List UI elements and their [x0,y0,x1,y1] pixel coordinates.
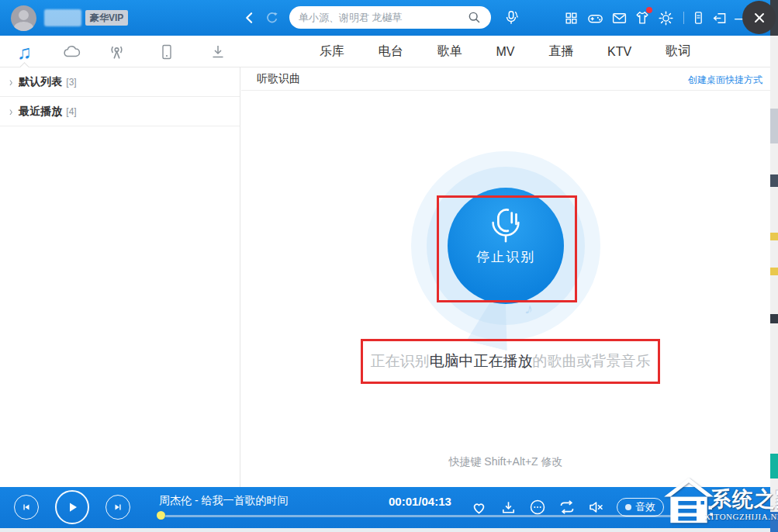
gear-icon [658,10,674,26]
user-avatar[interactable] [11,5,36,31]
stop-button-label: 停止识别 [476,248,535,266]
volume-mute-button[interactable] [586,497,607,517]
sidebar-tab-strip: ♫ [0,36,240,67]
tab-device[interactable] [155,40,178,64]
repeat-icon [558,498,576,516]
mobile-device-button[interactable] [689,9,707,27]
recognition-page: 听歌识曲 创建桌面快捷方式 ♪ 停止识别 正在识别电脑中正在播放的歌曲或背景音乐… [241,67,770,487]
gamepad-icon [586,9,604,27]
background-window-sliver-bottom [0,528,770,532]
nav-tab-lyrics[interactable]: 歌词 [666,43,690,60]
vip-badge[interactable]: 豪华VIP [85,10,128,26]
nav-tab-mv[interactable]: MV [496,45,514,59]
list-label: 默认列表 [19,75,62,89]
refresh-button[interactable] [263,9,282,27]
list-count: [3] [66,77,76,88]
titlebar-divider [683,12,684,24]
status-suffix: 的歌曲或背景音乐 [533,351,651,371]
titlebar: 豪华VIP [0,0,770,36]
play-icon [65,500,79,514]
chevron-right-icon: › [9,75,12,89]
avatar-person-icon [19,10,29,20]
username-blurred [44,9,81,26]
microphone-pause-icon [485,203,527,245]
tab-cloud-music[interactable] [60,40,83,64]
refresh-icon [265,10,280,26]
app-window: 豪华VIP [0,0,778,532]
sound-effect-dot-icon [625,504,631,510]
next-track-button[interactable] [105,495,130,520]
search-input[interactable] [299,12,467,23]
stop-recognition-button[interactable]: 停止识别 [448,188,564,304]
create-desktop-shortcut-link[interactable]: 创建桌面快捷方式 [688,74,762,87]
messages-button[interactable] [610,9,628,27]
download-icon [500,499,517,516]
sound-effect-button[interactable]: 音效 [617,498,664,516]
ellipsis-circle-icon [528,498,547,516]
skins-button[interactable] [633,9,652,27]
more-options-button[interactable] [527,497,548,517]
nav-tab-ktv[interactable]: KTV [607,45,631,59]
sidebar-item-recently-played[interactable]: › 最近播放 [4] [0,97,240,126]
song-recognition-button[interactable] [502,9,520,27]
tab-downloads[interactable] [206,40,230,64]
status-prefix: 正在识别 [371,351,430,371]
player-bar: 周杰伦 - 给我一首歌的时间 00:01/04:13 音效 [0,487,770,528]
page-title: 听歌识曲 [257,72,300,86]
secondary-bar: ♫ 乐库 电台 歌单 MV 直播 KTV 歌词 [0,36,770,67]
close-icon [752,10,767,26]
time-display: 00:01/04:13 [389,495,451,508]
sidebar-item-default-list[interactable]: › 默认列表 [3] [0,67,240,97]
hotkey-hint: 快捷键 Shift+Alt+Z 修改 [241,455,770,469]
hotkey-label: 快捷键 Shift+Alt+Z [448,455,541,468]
now-playing-title[interactable]: 周杰伦 - 给我一首歌的时间 [159,494,288,508]
progress-handle[interactable] [157,511,165,520]
device-icon [157,43,176,61]
download-icon [209,43,227,61]
chevron-left-icon [242,10,258,26]
apps-grid-button[interactable] [562,9,580,27]
notification-dot [646,7,652,13]
mini-mode-button[interactable] [711,9,729,27]
close-button[interactable] [742,1,776,34]
muted-speaker-icon [587,498,606,516]
chevron-right-icon: › [9,105,12,119]
list-label: 最近播放 [19,105,62,119]
grid-icon [564,11,579,26]
envelope-icon [611,10,628,26]
play-mode-button[interactable] [557,497,577,517]
sidebar: › 默认列表 [3] › 最近播放 [4] [0,67,240,487]
download-track-button[interactable] [498,497,518,517]
list-count: [4] [66,106,76,117]
nav-tab-radio[interactable]: 电台 [379,43,403,60]
search-box[interactable] [289,6,491,29]
page-subheader: 听歌识曲 创建桌面快捷方式 [241,67,770,91]
games-button[interactable] [586,9,604,27]
next-icon [112,502,123,513]
tab-radio[interactable] [105,40,128,64]
microphone-recognition-icon [503,9,520,26]
play-button[interactable] [55,490,89,524]
phone-icon [690,10,706,26]
nav-tab-music-library[interactable]: 乐库 [320,43,344,60]
settings-button[interactable] [656,9,675,27]
mini-player-icon [712,10,728,26]
back-button[interactable] [240,9,259,27]
radio-antenna-icon [106,42,127,63]
favorite-button[interactable] [469,497,489,517]
tab-local-music[interactable]: ♫ [12,40,36,64]
progress-bar[interactable] [165,515,693,517]
search-icon[interactable] [467,10,482,25]
hotkey-modify-link[interactable]: 修改 [541,455,563,468]
nav-tab-playlists[interactable]: 歌单 [437,43,462,60]
heart-icon [470,499,488,516]
sound-effect-label: 音效 [635,500,655,514]
previous-track-button[interactable] [14,495,39,520]
nav-tab-live[interactable]: 直播 [548,43,573,60]
cloud-icon [61,42,81,62]
background-window-sliver-right [770,0,778,532]
music-note-icon: ♫ [17,43,32,62]
recognition-status-text: 正在识别电脑中正在播放的歌曲或背景音乐 [361,339,660,384]
status-highlight: 电脑中正在播放 [430,351,533,371]
previous-icon [21,502,32,513]
